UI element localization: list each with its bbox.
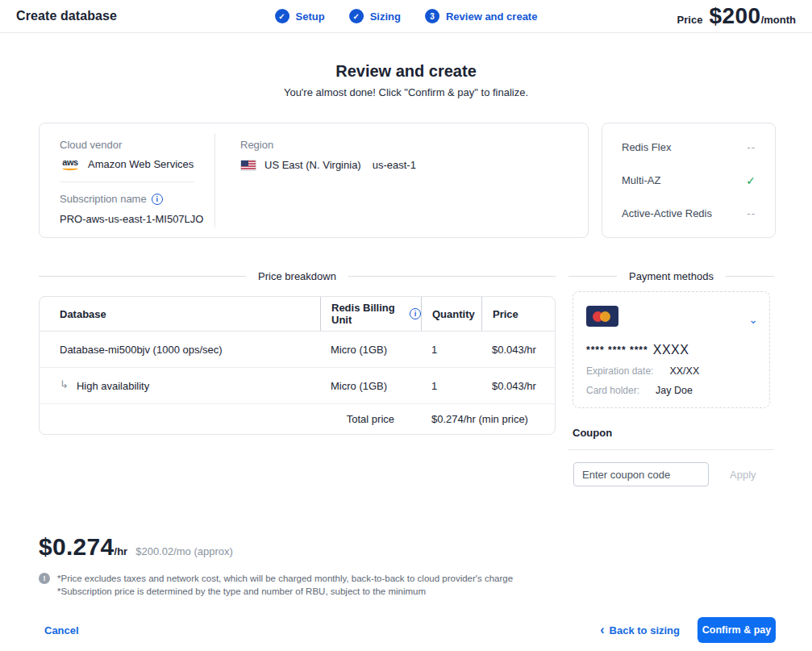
mastercard-icon: [586, 306, 618, 327]
step-setup[interactable]: ✓ Setup: [275, 9, 325, 23]
summary-divider: [60, 182, 194, 182]
column-price: Price: [481, 297, 555, 331]
price-label: Price: [677, 14, 703, 26]
total-price-label: Total price: [320, 404, 421, 434]
apply-coupon-button[interactable]: Apply: [730, 469, 756, 481]
step-review-number-badge: 3: [425, 9, 439, 23]
redis-flex-value: --: [747, 141, 756, 153]
price-breakdown-title: Price breakdown: [258, 270, 336, 282]
price-breakdown-table: Database Redis Billing Unit Quantity Pri…: [39, 296, 556, 435]
payment-methods-header: Payment methods: [568, 270, 774, 282]
hero: Review and create You're almost done! Cl…: [0, 62, 812, 98]
chevron-left-icon: ‹: [600, 625, 604, 635]
subscription-info-icon[interactable]: [152, 194, 163, 205]
hero-title: Review and create: [0, 62, 812, 81]
confirm-and-pay-button[interactable]: Confirm & pay: [697, 617, 776, 643]
payment-method-card: ⌄ **** **** **** XXXX Expiration date: X…: [573, 291, 770, 408]
total-price-value: $0.274/hr (min price): [421, 404, 555, 434]
capability-row-active-active: Active-Active Redis --: [622, 207, 756, 219]
column-quantity: Quantity: [421, 297, 481, 331]
cancel-button[interactable]: Cancel: [44, 624, 79, 636]
capability-row-multi-az: Multi-AZ ✓: [622, 174, 756, 187]
step-setup-label: Setup: [296, 10, 325, 23]
region-name: US East (N. Virginia): [264, 159, 361, 171]
region-label: Region: [240, 139, 416, 151]
payment-chevron-down-icon[interactable]: ⌄: [748, 316, 758, 323]
step-sizing-label: Sizing: [370, 10, 401, 23]
footer-actions: Cancel ‹ Back to sizing Confirm & pay: [39, 617, 776, 643]
price-disclaimer: *Price excludes taxes and network cost, …: [39, 572, 776, 598]
coupon-divider: [568, 449, 774, 450]
disclaimer-line-2: *Subscription price is determined by the…: [57, 585, 513, 598]
database-name-cell: Database-mi500bjv (1000 ops/sec): [40, 332, 320, 367]
total-price-summary: $0.274 /hr $200.02/mo (approx): [39, 533, 776, 561]
price-breakdown-header: Price breakdown: [39, 270, 556, 282]
expiration-label: Expiration date:: [586, 365, 653, 377]
column-database: Database: [40, 297, 320, 331]
page-title: Create database: [16, 9, 117, 23]
expiration-value: XX/XX: [669, 365, 699, 377]
price-period: /month: [761, 14, 796, 26]
cloud-vendor-label: Cloud vendor: [60, 139, 214, 151]
total-monthly-approx: $200.02/mo (approx): [135, 545, 233, 557]
active-active-value: --: [747, 207, 756, 219]
total-hourly-rate: $0.274: [39, 533, 115, 561]
step-review[interactable]: 3 Review and create: [425, 9, 537, 23]
cloud-vendor-value: Amazon Web Services: [88, 158, 194, 170]
header-price: Price $200 /month: [677, 3, 796, 29]
total-rate-unit: /hr: [115, 545, 128, 557]
subscription-summary-card: Cloud vendor aws Amazon Web Services Sub…: [39, 123, 589, 238]
indent-arrow-icon: ↳: [60, 378, 69, 390]
disclaimer-line-1: *Price excludes taxes and network cost, …: [57, 572, 513, 585]
hero-subtitle: You're almost done! Click "Confirm & pay…: [0, 86, 812, 98]
table-header-row: Database Redis Billing Unit Quantity Pri…: [40, 297, 555, 332]
price-amount: $200: [709, 3, 760, 29]
subscription-name-label: Subscription name: [60, 193, 147, 205]
wizard-stepper: ✓ Setup ✓ Sizing 3 Review and create: [275, 0, 538, 32]
card-holder-value: Jay Doe: [656, 385, 693, 396]
column-billing-unit: Redis Billing Unit: [331, 302, 404, 326]
multi-az-check-icon: ✓: [746, 174, 756, 187]
step-sizing[interactable]: ✓ Sizing: [349, 9, 401, 23]
table-row-database: Database-mi500bjv (1000 ops/sec) Micro (…: [40, 332, 555, 368]
disclaimer-info-icon: [39, 573, 50, 584]
step-setup-check-icon: ✓: [275, 9, 289, 23]
region-code: us-east-1: [373, 159, 416, 171]
step-sizing-check-icon: ✓: [349, 9, 364, 23]
table-row-high-availability: ↳ High availability Micro (1GB) 1 $0.043…: [40, 368, 555, 404]
billing-unit-info-icon[interactable]: [410, 308, 421, 319]
step-review-label: Review and create: [446, 10, 537, 23]
top-bar: Create database ✓ Setup ✓ Sizing 3 Revie…: [0, 0, 812, 33]
capability-row-redis-flex: Redis Flex --: [622, 141, 756, 153]
back-to-sizing-button[interactable]: ‹ Back to sizing: [600, 624, 680, 636]
table-total-row: Total price $0.274/hr (min price): [40, 404, 555, 434]
coupon-title: Coupon: [573, 427, 774, 439]
aws-logo-icon: aws: [60, 158, 81, 170]
subscription-name-value: PRO-aws-us-east-1-MI507LJO: [60, 213, 214, 225]
card-holder-label: Card holder:: [586, 385, 639, 396]
coupon-input[interactable]: [573, 462, 709, 486]
us-flag-icon: [240, 160, 256, 171]
aws-smile-icon: [62, 166, 78, 170]
payment-methods-title: Payment methods: [629, 270, 714, 282]
capabilities-card: Redis Flex -- Multi-AZ ✓ Active-Active R…: [602, 123, 776, 238]
card-number: **** **** **** XXXX: [586, 343, 756, 357]
high-availability-cell: High availability: [77, 380, 149, 392]
